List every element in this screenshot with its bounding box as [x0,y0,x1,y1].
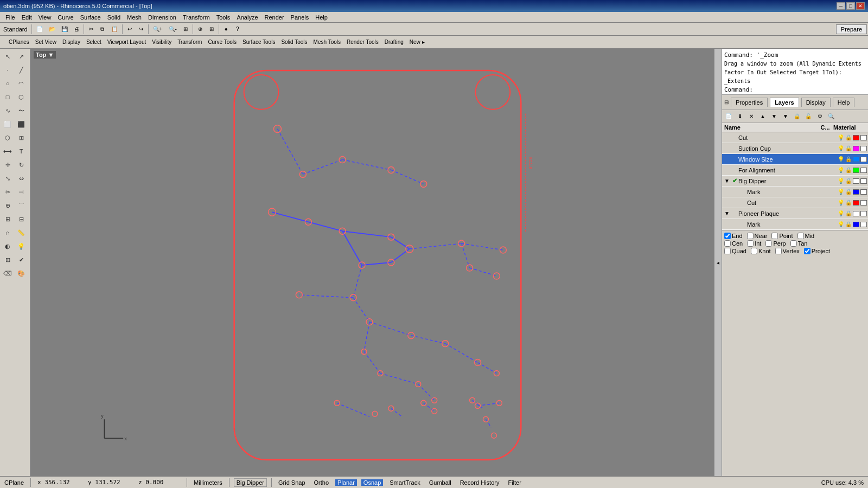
color-box-5[interactable] [853,178,859,184]
record-history-status[interactable]: Record History [458,479,502,486]
layer-status[interactable]: Big Dipper [234,478,267,487]
material-box-6[interactable] [860,189,867,195]
tab-cplanes[interactable]: CPlanes [6,37,32,48]
osnap-status[interactable]: Osnap [361,479,383,486]
color-box-7[interactable] [853,200,859,206]
viewport[interactable]: Top ▼ [30,49,714,476]
cplane-status[interactable]: CPlane [2,479,26,486]
color-box-9[interactable] [853,222,859,227]
select-tool[interactable]: ↖ [1,50,14,63]
color-box-3[interactable] [853,157,859,162]
select-tool2[interactable]: ↗ [15,50,28,63]
redo-button[interactable]: ↪ [136,24,146,35]
help-button[interactable]: ? [232,24,243,35]
visibility-icon-9[interactable]: 💡 [838,221,844,227]
snap-item-knot[interactable]: Knot [751,248,771,254]
material-box-7[interactable] [860,200,867,206]
material-box-1[interactable] [860,135,867,140]
properties-tab[interactable]: Properties [731,98,768,107]
menu-item-surface[interactable]: Surface [77,13,104,22]
display-tab[interactable]: Display [801,98,831,107]
material-box-8[interactable] [860,211,867,216]
tab-viewport-layout[interactable]: Viewport Layout [105,37,149,48]
material-box-3[interactable] [860,157,867,162]
trim-tool[interactable]: ✂ [1,185,14,198]
poly-tool[interactable]: ⬡ [15,91,28,104]
menu-item-curve[interactable]: Curve [54,13,76,22]
snap-checkbox-tan[interactable] [790,240,797,247]
snap-item-point[interactable]: Point [771,233,793,239]
panel-collapse-button[interactable]: ◂ [714,49,722,476]
material-box-9[interactable] [860,222,867,227]
mirror-tool[interactable]: ⇔ [15,172,28,185]
lock-icon-6[interactable]: 🔒 [845,189,852,195]
tab-transform[interactable]: Transform [175,37,205,48]
lock-icon-2[interactable]: 🔒 [845,145,852,151]
freeform-tool[interactable]: 〜 [15,104,28,117]
circle-tool[interactable]: ○ [1,77,14,90]
maximize-button[interactable]: □ [846,2,855,10]
snap-item-end[interactable]: End [724,233,743,239]
grid-button[interactable]: ⊞ [206,24,217,35]
layer-row-3[interactable]: Window Size💡🔒 [722,154,868,165]
gumball-status[interactable]: Gumball [427,479,454,486]
delete-layer-button[interactable]: ✕ [746,112,757,121]
scale-tool[interactable]: ⤡ [1,172,14,185]
move-down-button[interactable]: ▼ [769,112,780,121]
rect-tool[interactable]: □ [1,91,14,104]
copy-button[interactable]: ⧉ [97,24,108,35]
solid-tool[interactable]: ⬡ [1,131,14,144]
unlock-button[interactable]: 🔓 [803,112,814,121]
tab-mesh-tools[interactable]: Mesh Tools [311,37,343,48]
material-box-5[interactable] [860,178,867,184]
snap-checkbox-vertex[interactable] [775,248,782,254]
settings-button[interactable]: ⚙ [814,112,825,121]
visibility-icon-7[interactable]: 💡 [838,200,844,206]
move-tool[interactable]: ✛ [1,158,14,171]
lock-icon-1[interactable]: 🔒 [845,134,852,140]
snap-checkbox-point[interactable] [771,233,778,239]
line-tool[interactable]: ╱ [15,63,28,76]
snap-item-perp[interactable]: Perp [765,240,786,247]
color-box-6[interactable] [853,189,859,195]
menu-item-panels[interactable]: Panels [288,13,312,22]
planar-status[interactable]: Planar [335,479,357,486]
tab-solid-tools[interactable]: Solid Tools [278,37,310,48]
snap-checkbox-perp[interactable] [765,240,772,247]
menu-item-dimension[interactable]: Dimension [145,13,180,22]
curve-tool[interactable]: ∿ [1,104,14,117]
split-tool[interactable]: ⊣ [15,185,28,198]
tab-visibility[interactable]: Visibility [149,37,174,48]
minimize-button[interactable]: ─ [837,2,845,10]
viewport-title[interactable]: Top ▼ [34,51,56,59]
layer-expand-5[interactable]: ▼ [723,178,731,184]
color-box-4[interactable] [853,168,859,173]
snap-checkbox-int[interactable] [747,240,754,247]
visibility-icon-2[interactable]: 💡 [838,145,844,151]
color-box-1[interactable] [853,135,859,140]
snap-item-near[interactable]: Near [747,233,768,239]
color-box-2[interactable] [853,146,859,151]
cut-button[interactable]: ✂ [86,24,97,35]
help-tab[interactable]: Help [833,98,855,107]
tab-display[interactable]: Display [60,37,83,48]
snap-item-int[interactable]: Int [747,240,761,247]
render-button[interactable]: ● [221,24,232,35]
filter-status[interactable]: Filter [506,479,523,486]
visibility-icon-8[interactable]: 💡 [838,210,844,216]
zoom-out-button[interactable]: 🔍- [166,24,180,35]
lock-icon-7[interactable]: 🔒 [845,200,852,206]
text-tool[interactable]: T [15,145,28,158]
snap-checkbox-knot[interactable] [751,248,757,254]
osnap-tool[interactable]: ⊞ [1,253,14,266]
analyze-tool[interactable]: 📏 [15,226,28,239]
lock-button[interactable]: 🔒 [792,112,802,121]
menu-item-tools[interactable]: Tools [213,13,234,22]
tab-set-view[interactable]: Set View [33,37,59,48]
visibility-icon-5[interactable]: 💡 [838,178,844,184]
paste-button[interactable]: 📋 [108,24,120,35]
tab-new-▸[interactable]: New ▸ [407,37,427,48]
save-button[interactable]: 💾 [59,24,71,35]
prepare-button[interactable]: Prepare [836,24,867,34]
layer-row-4[interactable]: For Alignment💡🔒 [722,165,868,176]
